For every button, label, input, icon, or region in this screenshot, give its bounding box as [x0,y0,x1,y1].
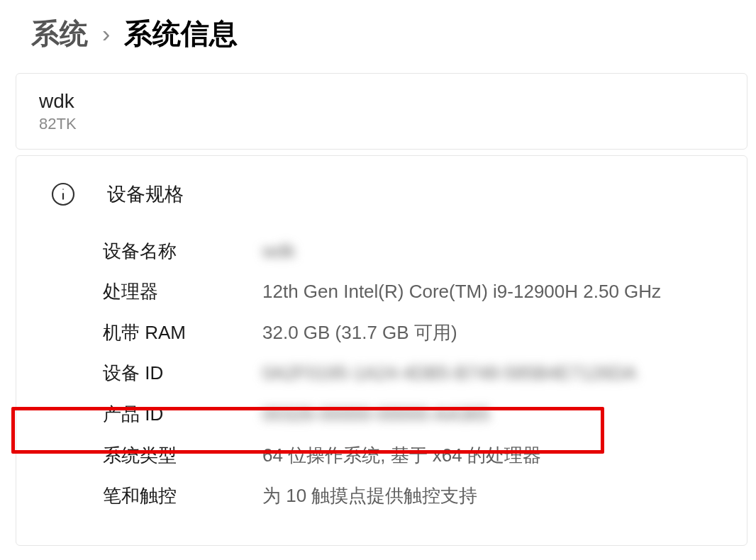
spec-label: 机带 RAM [103,318,262,348]
device-summary-card: wdk 82TK [16,73,747,150]
spec-row-product-id: 产品 ID 00326-00000-00000-AA365 [103,394,718,435]
spec-label: 产品 ID [103,400,262,430]
device-specs-title: 设备规格 [107,181,184,207]
spec-row-ram: 机带 RAM 32.0 GB (31.7 GB 可用) [103,313,718,354]
spec-value-blurred: wdk [262,237,718,267]
spec-value-blurred: 0A2F0195-1A24-4DB5-B748-585B4E7126DA [262,359,718,388]
info-icon [48,179,79,210]
spec-row-device-name: 设备名称 wdk [103,231,718,272]
spec-label: 设备名称 [103,237,262,267]
spec-row-system-type: 系统类型 64 位操作系统, 基于 x64 的处理器 [103,435,718,476]
spec-row-processor: 处理器 12th Gen Intel(R) Core(TM) i9-12900H… [103,271,718,313]
breadcrumb: 系统 › 系统信息 [0,14,756,73]
spec-value: 12th Gen Intel(R) Core(TM) i9-12900H 2.5… [262,277,718,307]
spec-value-blurred: 00326-00000-00000-AA365 [262,400,718,430]
svg-point-2 [62,189,64,190]
spec-row-device-id: 设备 ID 0A2F0195-1A24-4DB5-B748-585B4E7126… [103,353,718,394]
breadcrumb-current: 系统信息 [124,14,238,53]
spec-label: 处理器 [103,277,262,307]
spec-value: 64 位操作系统, 基于 x64 的处理器 [262,441,718,471]
spec-row-pen-touch: 笔和触控 为 10 触摸点提供触控支持 [103,476,718,517]
chevron-right-icon: › [102,20,110,47]
spec-label: 笔和触控 [103,481,262,511]
breadcrumb-parent[interactable]: 系统 [31,14,88,53]
device-model: 82TK [39,115,724,133]
spec-value: 32.0 GB (31.7 GB 可用) [262,318,718,348]
spec-value: 为 10 触摸点提供触控支持 [262,481,718,511]
spec-label: 系统类型 [103,441,262,471]
device-specs-card: 设备规格 设备名称 wdk 处理器 12th Gen Intel(R) Core… [16,155,747,546]
spec-label: 设备 ID [103,359,262,388]
device-specs-header[interactable]: 设备规格 [16,156,747,231]
device-name: wdk [39,89,724,113]
device-specs-body: 设备名称 wdk 处理器 12th Gen Intel(R) Core(TM) … [16,231,747,545]
